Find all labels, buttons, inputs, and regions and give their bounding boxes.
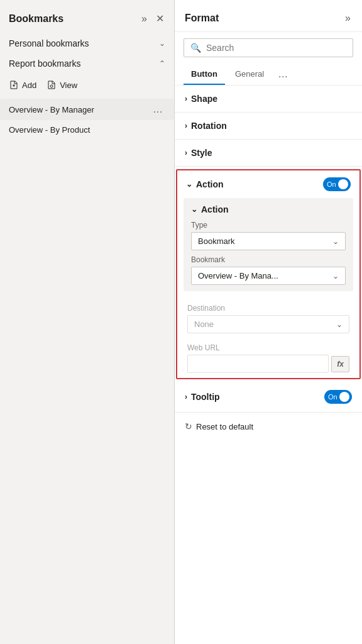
report-bookmarks-section[interactable]: Report bookmarks ⌃ [0, 53, 174, 74]
tooltip-chevron-icon: › [185, 392, 187, 401]
view-bookmark-icon [47, 80, 57, 90]
type-value: Bookmark [198, 236, 235, 246]
weburl-section: Web URL fx [177, 338, 359, 378]
type-dropdown-chevron: ⌄ [332, 237, 339, 246]
rotation-chevron-icon: › [185, 121, 187, 130]
expand-icon[interactable]: » [140, 11, 148, 26]
destination-dropdown[interactable]: None ⌄ [187, 315, 349, 333]
action-section-title: ⌄ Action [186, 179, 224, 189]
rotation-section-header[interactable]: › Rotation [175, 113, 362, 139]
action-inner-box: ⌄ Action Type Bookmark ⌄ Bookmark Overvi… [184, 198, 353, 291]
close-icon[interactable]: ✕ [155, 11, 165, 26]
style-chevron-icon: › [185, 148, 187, 157]
action-inner-chevron: ⌄ [191, 205, 197, 214]
bookmark-item-manager[interactable]: Overview - By Manager … [0, 99, 174, 120]
tab-more-icon[interactable]: … [274, 64, 292, 85]
reset-label: Reset to default [196, 422, 253, 431]
destination-section: Destination None ⌄ [177, 299, 359, 338]
type-field-label: Type [191, 221, 346, 230]
reset-icon: ↻ [185, 421, 192, 431]
tooltip-toggle-label: On [328, 393, 337, 401]
add-label: Add [22, 80, 36, 90]
rotation-section-title: › Rotation [185, 121, 227, 131]
weburl-row: fx [187, 355, 349, 373]
bookmark-item-manager-label: Overview - By Manager [9, 105, 94, 114]
personal-bookmarks-label: Personal bookmarks [9, 38, 89, 48]
shape-section-header[interactable]: › Shape [175, 86, 362, 112]
panel-header: Bookmarks » ✕ [0, 0, 174, 33]
action-toggle-knob [338, 179, 348, 189]
left-panel: Bookmarks » ✕ Personal bookmarks ⌄ Repor… [0, 0, 175, 644]
tooltip-toggle-knob [339, 392, 349, 402]
bookmark-item-manager-menu[interactable]: … [150, 104, 165, 115]
tooltip-toggle[interactable]: On [324, 390, 352, 404]
bookmark-item-product[interactable]: Overview - By Product [0, 120, 174, 140]
personal-bookmarks-section[interactable]: Personal bookmarks ⌄ [0, 33, 174, 53]
add-bookmark-button[interactable]: Add [9, 79, 36, 91]
action-inner-header[interactable]: ⌄ Action [191, 204, 346, 214]
style-section-title: › Style [185, 148, 212, 158]
right-header: Format » [175, 0, 362, 32]
right-panel: Format » 🔍 Button General … › Shape › Ro… [175, 0, 362, 644]
report-bookmarks-chevron: ⌃ [159, 59, 165, 68]
view-label: View [60, 80, 77, 90]
bookmark-dropdown-chevron: ⌄ [332, 272, 339, 280]
destination-label: Destination [187, 304, 349, 313]
bookmark-field-label: Bookmark [191, 255, 346, 264]
bookmark-item-product-label: Overview - By Product [9, 125, 90, 135]
style-section-header[interactable]: › Style [175, 140, 362, 166]
weburl-input[interactable] [187, 355, 329, 373]
action-section: ⌄ Action On ⌄ Action Type Bookmark ⌄ Boo… [176, 169, 361, 379]
add-bookmark-icon [9, 80, 19, 90]
tab-general[interactable]: General [228, 64, 272, 85]
personal-bookmarks-chevron: ⌄ [159, 39, 165, 48]
reset-row[interactable]: ↻ Reset to default [175, 413, 362, 440]
tooltip-section-title: › Tooltip [185, 392, 220, 402]
tooltip-section-header[interactable]: › Tooltip On [175, 382, 362, 412]
style-section: › Style [175, 140, 362, 167]
action-toggle-label: On [327, 180, 336, 188]
shape-section: › Shape [175, 86, 362, 113]
panel-title: Bookmarks [9, 13, 63, 25]
shape-chevron-icon: › [185, 94, 187, 103]
bookmark-dropdown[interactable]: Overview - By Mana... ⌄ [191, 267, 346, 285]
panel-header-icons: » ✕ [140, 11, 165, 26]
action-toggle[interactable]: On [323, 177, 351, 191]
weburl-label: Web URL [187, 343, 349, 352]
rotation-section: › Rotation [175, 113, 362, 140]
svg-point-0 [50, 85, 53, 87]
action-chevron-icon: ⌄ [186, 180, 192, 189]
search-input[interactable] [206, 43, 346, 53]
tab-button[interactable]: Button [184, 64, 225, 85]
tooltip-section: › Tooltip On [175, 382, 362, 413]
shape-section-title: › Shape [185, 94, 217, 104]
type-dropdown[interactable]: Bookmark ⌄ [191, 232, 346, 250]
tabs-row: Button General … [175, 64, 362, 86]
bookmark-value: Overview - By Mana... [198, 271, 278, 280]
destination-value: None [194, 319, 214, 329]
view-bookmark-button[interactable]: View [47, 79, 77, 91]
fx-button[interactable]: fx [331, 356, 349, 372]
action-section-header[interactable]: ⌄ Action On [177, 170, 359, 198]
format-expand-icon[interactable]: » [344, 11, 352, 25]
destination-dropdown-chevron: ⌄ [336, 320, 343, 329]
bookmark-actions-row: Add View [0, 74, 174, 99]
search-icon: 🔍 [190, 43, 201, 53]
format-title: Format [185, 13, 219, 24]
report-bookmarks-label: Report bookmarks [9, 58, 80, 69]
search-box[interactable]: 🔍 [184, 38, 353, 57]
